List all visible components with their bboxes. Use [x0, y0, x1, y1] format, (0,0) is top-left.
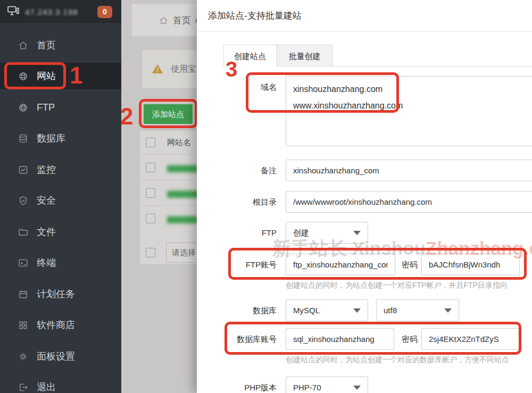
- php-version-value: PHP-70: [293, 383, 321, 392]
- php-version-label: PHP版本: [197, 377, 277, 393]
- chevron-down-icon: [444, 308, 452, 313]
- sidebar-item-label: FTP: [37, 102, 55, 113]
- add-site-button[interactable]: 添加站点: [144, 104, 193, 124]
- home-icon: [159, 15, 169, 26]
- sidebar-item-label: 软件商店: [37, 319, 75, 331]
- row-checkbox[interactable]: [146, 163, 155, 172]
- modal-header-divider: [197, 31, 532, 32]
- message-count-badge[interactable]: 0: [97, 6, 112, 18]
- db-account-label: 数据库账号: [197, 328, 277, 350]
- php-version-select[interactable]: PHP-70: [286, 377, 368, 393]
- sidebar-item-label: 面板设置: [37, 350, 75, 363]
- sidebar-item-label: 安全: [37, 194, 56, 207]
- sidebar-item-home[interactable]: 首页: [0, 32, 121, 58]
- tab-batch-create[interactable]: 批量创建: [276, 45, 333, 66]
- folder-icon: [18, 227, 29, 238]
- select-all-checkbox[interactable]: [146, 138, 155, 147]
- ftp-hint: 创建站点的同时，为站点创建一个对应FTP帐户，并且FTP目录指向: [286, 281, 508, 290]
- sidebar-item-website[interactable]: 网站: [0, 63, 121, 89]
- sidebar-item-terminal[interactable]: 终端: [0, 249, 121, 276]
- db-hint: 创建站点的同时，为站点创建一个对应的数据库帐户，方便不同站点: [286, 355, 509, 365]
- ftp-select-value: 创建: [293, 228, 309, 237]
- warning-triangle-icon: [151, 63, 164, 76]
- db-password-input[interactable]: [421, 328, 520, 350]
- sidebar-item-cron[interactable]: 计划任务: [0, 281, 121, 307]
- domain-textarea[interactable]: xinshouzhanzhang.com www.xinshouzhanzhan…: [286, 76, 532, 146]
- sidebar-item-label: 终端: [37, 256, 56, 269]
- database-type-select[interactable]: MySQL: [286, 299, 368, 321]
- database-charset-select[interactable]: utf8: [376, 299, 459, 321]
- sidebar-item-label: 监控: [37, 163, 56, 176]
- gear-icon: [18, 351, 29, 362]
- ftp-globe-icon: [18, 102, 29, 113]
- chevron-down-icon: [353, 231, 361, 235]
- site-name-blurred[interactable]: ▆▆▆▆▆: [167, 214, 198, 223]
- terminal-icon: [18, 257, 29, 269]
- note-label: 备注: [197, 160, 277, 181]
- tab-create-site[interactable]: 创建站点: [223, 45, 277, 67]
- modal-title: 添加站点-支持批量建站: [208, 0, 302, 31]
- monitor-chart-icon: [18, 164, 29, 175]
- sidebar-item-files[interactable]: 文件: [0, 219, 121, 245]
- sidebar-item-logout[interactable]: 退出: [0, 374, 121, 393]
- sidebar-header: 47.243.3.198 0: [0, 0, 121, 24]
- ftp-password-label: 密码: [359, 254, 418, 275]
- sidebar-item-label: 网站: [37, 70, 56, 82]
- server-monitor-icon: [6, 4, 20, 19]
- ftp-account-label: FTP账号: [197, 254, 277, 275]
- database-type-value: MySQL: [293, 306, 320, 315]
- sidebar-item-security[interactable]: 安全: [0, 187, 121, 214]
- column-header-sitename: 网站名: [167, 138, 191, 148]
- database-icon: [18, 133, 29, 144]
- database-label: 数据库: [197, 299, 277, 321]
- rootdir-input[interactable]: [286, 191, 532, 213]
- sidebar-item-label: 文件: [37, 225, 56, 238]
- chevron-down-icon: [353, 308, 361, 313]
- sidebar-item-monitor[interactable]: 监控: [0, 156, 121, 183]
- sidebar-item-label: 计划任务: [37, 288, 75, 300]
- note-input[interactable]: [286, 160, 532, 181]
- logout-icon: [18, 382, 29, 393]
- sidebar-item-ftp[interactable]: FTP: [0, 94, 121, 121]
- rootdir-label: 根目录: [197, 191, 277, 213]
- site-name-blurred[interactable]: ▆▆▆▆▆: [167, 163, 198, 172]
- sidebar-item-label: 退出: [37, 381, 56, 393]
- footer-checkbox[interactable]: [146, 248, 155, 257]
- calendar-icon: [18, 289, 29, 300]
- ftp-select[interactable]: 创建: [286, 222, 368, 244]
- db-password-label: 密码: [359, 328, 418, 350]
- row-checkbox[interactable]: [146, 188, 155, 198]
- appstore-grid-icon: [18, 320, 29, 331]
- sidebar-item-panel-settings[interactable]: 面板设置: [0, 343, 121, 370]
- breadcrumb[interactable]: 首页 /: [159, 4, 198, 36]
- ftp-password-input[interactable]: [421, 254, 520, 275]
- sidebar: 47.243.3.198 0 首页 网站 FTP 数据库: [0, 0, 121, 393]
- chevron-down-icon: [353, 386, 361, 390]
- breadcrumb-home[interactable]: 首页: [173, 14, 191, 27]
- server-ip: 47.243.3.198: [25, 7, 78, 16]
- home-icon: [18, 40, 29, 51]
- ftp-label: FTP: [197, 222, 277, 244]
- database-charset-value: utf8: [384, 306, 397, 315]
- add-site-modal: 添加站点-支持批量建站 创建站点 批量创建 域名 xinshouzhanzhan…: [197, 0, 532, 393]
- domain-label: 域名: [197, 76, 277, 98]
- main-content-dimmed: 首页 / 使用宝塔 添加站点 网站名 ▆▆▆▆▆ ▆▆▆▆▆▆ ▆▆▆▆▆: [121, 0, 197, 393]
- website-globe-icon: [18, 71, 29, 82]
- sidebar-item-appstore[interactable]: 软件商店: [0, 312, 121, 338]
- sidebar-item-database[interactable]: 数据库: [0, 125, 121, 152]
- shield-icon: [18, 195, 29, 206]
- sidebar-item-label: 首页: [37, 39, 56, 52]
- sidebar-item-label: 数据库: [37, 132, 65, 145]
- row-checkbox[interactable]: [146, 214, 155, 223]
